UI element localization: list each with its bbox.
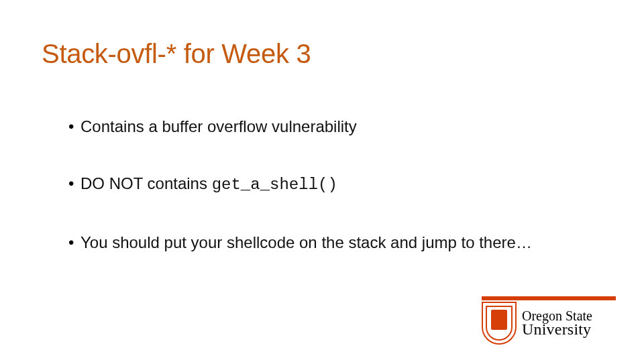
logo-text: Oregon State University — [522, 302, 592, 345]
university-logo: Oregon State University — [482, 302, 616, 345]
title-prefix: Stack- — [42, 39, 117, 68]
bullet-code: get_a_shell() — [212, 176, 337, 194]
slide: Stack-ovfl-* for Week 3 Contains a buffe… — [0, 0, 644, 362]
shield-icon — [482, 302, 517, 345]
title-suffix: -* for Week 3 — [158, 39, 311, 68]
bullet-text: You should put your shellcode on the sta… — [80, 233, 532, 251]
bullet-text-prefix: DO NOT contains — [80, 174, 212, 192]
logo-line-2: University — [522, 321, 592, 337]
bullet-text: Contains a buffer overflow vulnerability — [80, 117, 357, 135]
bullet-item: Contains a buffer overflow vulnerability — [68, 117, 619, 136]
bullet-item: You should put your shellcode on the sta… — [68, 233, 619, 252]
slide-title: Stack-ovfl-* for Week 3 — [42, 39, 311, 69]
logo-accent-bar — [482, 296, 616, 300]
title-ovfl: ovfl — [117, 39, 158, 68]
bullet-item: DO NOT contains get_a_shell() — [68, 174, 619, 194]
bullet-list: Contains a buffer overflow vulnerability… — [42, 117, 619, 290]
